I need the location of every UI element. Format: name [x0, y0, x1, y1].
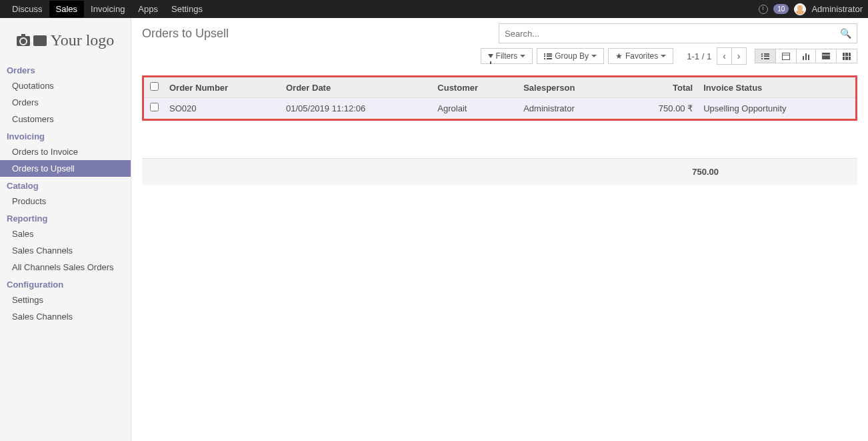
- nav-invoicing[interactable]: Invoicing: [84, 1, 131, 17]
- chevron-left-icon: ‹: [723, 51, 726, 61]
- cell-order-number: SO020: [164, 98, 281, 119]
- view-graph-button[interactable]: [796, 49, 817, 63]
- sidebar-item-all-channels[interactable]: All Channels Sales Orders: [0, 259, 131, 276]
- cell-order-date: 01/05/2019 11:12:06: [281, 98, 432, 119]
- calendar-icon: [782, 53, 790, 60]
- activity-icon[interactable]: [759, 5, 768, 14]
- search-input[interactable]: [505, 29, 840, 39]
- pager-prev-button[interactable]: ‹: [717, 47, 732, 65]
- row-checkbox[interactable]: [150, 103, 159, 111]
- menu-header-configuration[interactable]: Configuration: [0, 276, 131, 292]
- view-switcher: [755, 49, 858, 63]
- table-row[interactable]: SO020 01/05/2019 11:12:06 Agrolait Admin…: [144, 98, 855, 119]
- sidebar-item-sales-report[interactable]: Sales: [0, 226, 131, 242]
- caret-icon: [591, 55, 597, 57]
- col-salesperson[interactable]: Salesperson: [518, 77, 623, 98]
- caret-icon: [661, 55, 666, 57]
- pager-text: 1-1 / 1: [687, 51, 711, 61]
- username-label[interactable]: Administrator: [811, 4, 863, 14]
- sidebar-item-config-settings[interactable]: Settings: [0, 292, 131, 308]
- orders-table: Order Number Order Date Customer Salespe…: [144, 77, 855, 119]
- sidebar-item-orders[interactable]: Orders: [0, 94, 131, 111]
- col-customer[interactable]: Customer: [432, 77, 518, 98]
- sidebar-item-orders-to-upsell[interactable]: Orders to Upsell: [0, 160, 131, 177]
- sidebar-item-sales-channels-report[interactable]: Sales Channels: [0, 242, 131, 259]
- filter-icon: [488, 54, 493, 58]
- groupby-button[interactable]: Group By: [537, 48, 604, 64]
- caret-icon: [520, 55, 525, 57]
- highlighted-table: Order Number Order Date Customer Salespe…: [142, 75, 857, 121]
- sidebar-item-products[interactable]: Products: [0, 193, 131, 209]
- cell-invoice-status: Upselling Opportunity: [698, 98, 855, 119]
- search-icon[interactable]: 🔍: [840, 28, 851, 39]
- footer-total-value: 750.00: [301, 167, 852, 177]
- cell-customer: Agrolait: [432, 98, 518, 119]
- view-list-button[interactable]: [755, 49, 776, 63]
- main-content: Orders to Upsell 🔍 Filters: [131, 18, 868, 441]
- select-all-checkbox[interactable]: [150, 82, 159, 91]
- nav-items: Discuss Sales Invoicing Apps Settings: [5, 1, 209, 17]
- avatar[interactable]: [794, 3, 806, 15]
- menu-header-catalog[interactable]: Catalog: [0, 177, 131, 193]
- sidebar-item-quotations[interactable]: Quotations: [0, 77, 131, 94]
- messages-badge[interactable]: 10: [773, 4, 789, 14]
- chevron-right-icon: ›: [737, 51, 741, 61]
- nav-settings[interactable]: Settings: [165, 1, 209, 17]
- top-navbar: Discuss Sales Invoicing Apps Settings 10…: [0, 0, 868, 18]
- col-invoice-status[interactable]: Invoice Status: [698, 77, 855, 98]
- col-order-date[interactable]: Order Date: [281, 77, 432, 98]
- col-total[interactable]: Total: [623, 77, 698, 98]
- menu-header-reporting[interactable]: Reporting: [0, 209, 131, 226]
- cell-total: 750.00 ₹: [623, 98, 698, 119]
- sidebar: Your logo Orders Quotations Orders Custo…: [0, 18, 131, 441]
- favorites-button[interactable]: ★ Favorites: [608, 48, 673, 64]
- search-box[interactable]: 🔍: [499, 23, 857, 43]
- logo[interactable]: Your logo: [0, 25, 131, 61]
- nav-sales[interactable]: Sales: [49, 1, 85, 17]
- star-icon: ★: [615, 51, 623, 61]
- page-title: Orders to Upsell: [142, 27, 229, 41]
- sidebar-item-orders-to-invoice[interactable]: Orders to Invoice: [0, 143, 131, 160]
- col-order-number[interactable]: Order Number: [164, 77, 281, 98]
- menu-header-orders[interactable]: Orders: [0, 61, 131, 77]
- table-header-row: Order Number Order Date Customer Salespe…: [144, 77, 855, 98]
- nav-apps[interactable]: Apps: [131, 1, 165, 17]
- menu-header-invoicing[interactable]: Invoicing: [0, 127, 131, 143]
- view-kanban-button[interactable]: [836, 49, 858, 63]
- control-panel: Orders to Upsell 🔍 Filters: [131, 18, 868, 70]
- sidebar-item-customers[interactable]: Customers: [0, 111, 131, 127]
- pager: 1-1 / 1 ‹ ›: [687, 47, 746, 65]
- pager-next-button[interactable]: ›: [731, 47, 747, 65]
- filters-button[interactable]: Filters: [481, 48, 533, 64]
- table-footer: 750.00: [142, 158, 857, 185]
- groupby-icon: [544, 53, 552, 59]
- cell-salesperson: Administrator: [518, 98, 623, 119]
- sidebar-item-config-sales-channels[interactable]: Sales Channels: [0, 308, 131, 325]
- list-icon: [761, 53, 769, 59]
- chart-icon: [803, 52, 810, 60]
- nav-discuss[interactable]: Discuss: [5, 1, 49, 17]
- kanban-icon: [843, 53, 851, 60]
- view-calendar-button[interactable]: [775, 49, 797, 63]
- pivot-icon: [822, 53, 830, 59]
- camera-icon: [17, 36, 30, 46]
- view-pivot-button[interactable]: [815, 49, 837, 63]
